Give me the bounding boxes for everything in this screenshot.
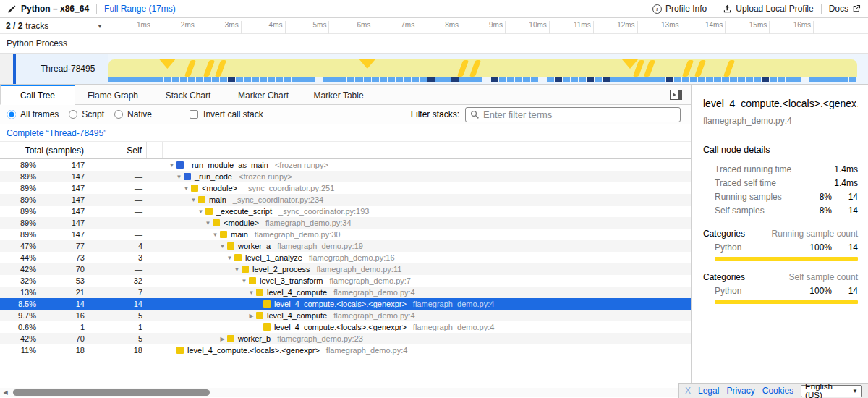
thread-track-graph[interactable]	[109, 59, 857, 82]
tree-row[interactable]: 42%705▶worker_bflamegraph_demo.py:23	[0, 333, 691, 344]
cell-tree: level_4_compute.<locals>.<genexpr>flameg…	[163, 346, 691, 355]
category-icon-python	[220, 231, 227, 238]
tracks-dropdown[interactable]: 2 / 2 tracks ▼	[0, 18, 109, 34]
twisty-open-icon[interactable]: ▼	[189, 197, 198, 203]
full-range-link[interactable]: Full Range (17ms)	[104, 4, 176, 14]
divider	[821, 4, 822, 14]
profile-info-button[interactable]: i Profile Info	[652, 4, 707, 14]
track-python-process[interactable]: Python Process	[0, 34, 868, 54]
tree-row[interactable]: 89%147—▼mainflamegraph_demo.py:30	[0, 229, 691, 240]
twisty-open-icon[interactable]: ▼	[232, 266, 242, 273]
tree-row[interactable]: 44%733▼level_1_analyzeflamegraph_demo.py…	[0, 252, 691, 263]
tree-row[interactable]: 89%147—▼_run_code<frozen runpy>	[0, 171, 691, 182]
radio-label: All frames	[20, 109, 59, 119]
sample-square	[579, 77, 586, 82]
footer-link-legal[interactable]: Legal	[698, 386, 719, 396]
tree-row[interactable]: 9.7%165▶level_4_computeflamegraph_demo.p…	[0, 310, 691, 321]
language-select[interactable]: English (US) ▼	[801, 385, 862, 397]
sample-square	[817, 77, 825, 82]
sample-square	[180, 77, 187, 82]
twisty-open-icon[interactable]: ▼	[167, 162, 176, 169]
horizontal-scrollbar: ◀	[0, 388, 680, 397]
twisty-closed-icon[interactable]: ▶	[218, 336, 227, 342]
twisty-open-icon[interactable]: ▼	[182, 185, 191, 192]
radio-group: All framesScriptNative	[7, 109, 162, 119]
call-tree-settings: All framesScriptNative Invert call stack…	[0, 105, 691, 124]
tree-row[interactable]: 11%1818level_4_compute.<locals>.<genexpr…	[0, 344, 691, 356]
tree-row[interactable]: 89%147—▼main_sync_coordinator.py:234	[0, 194, 691, 206]
tab-stack-chart[interactable]: Stack Chart	[150, 85, 226, 104]
function-name: level_3_transform	[260, 276, 323, 285]
twisty-open-icon[interactable]: ▼	[203, 220, 213, 226]
radio-native[interactable]: Native	[114, 109, 152, 119]
sample-square	[833, 77, 841, 82]
sample-square	[116, 77, 124, 82]
tree-row[interactable]: 42%70—▼level_2_processflamegraph_demo.py…	[0, 263, 691, 275]
radio-script[interactable]: Script	[69, 109, 104, 119]
cell-tree: level_4_compute.<locals>.<genexpr>flameg…	[163, 300, 691, 308]
tab-flame-graph[interactable]: Flame Graph	[75, 85, 150, 104]
column-self[interactable]: Self	[88, 142, 147, 158]
twisty-open-icon[interactable]: ▼	[210, 232, 220, 238]
function-name: _run_module_as_main	[187, 161, 268, 169]
complete-thread-link[interactable]: Complete “Thread-78495”	[7, 128, 106, 138]
tree-row[interactable]: 8.5%1414level_4_compute.<locals>.<genexp…	[0, 298, 691, 310]
tree-row[interactable]: 13%217▼level_4_computeflamegraph_demo.py…	[0, 287, 691, 298]
tree-row[interactable]: 0.6%11level_4_compute.<locals>.<genexpr>…	[0, 321, 691, 333]
tab-marker-table[interactable]: Marker Table	[301, 85, 376, 104]
call-node-details: Traced running time1.4msTraced self time…	[703, 162, 858, 217]
sample-square	[515, 77, 522, 82]
scroll-left-arrow[interactable]: ◀	[0, 389, 11, 396]
footer-link-cookies[interactable]: Cookies	[762, 386, 793, 396]
profile-name-button[interactable]: Python – x86_64	[7, 4, 89, 14]
cell-total: 42%70	[0, 334, 88, 343]
detail-row: Traced running time1.4ms	[703, 162, 858, 176]
twisty-open-icon[interactable]: ▼	[247, 289, 256, 296]
cell-total: 89%147	[0, 230, 88, 239]
detail-row: Self samples8%14	[703, 203, 858, 217]
tab-call-tree[interactable]: Call Tree	[0, 85, 75, 105]
tree-row[interactable]: 32%5332▼level_3_transformflamegraph_demo…	[0, 275, 691, 287]
twisty-open-icon[interactable]: ▼	[174, 174, 184, 180]
sample-square	[595, 77, 602, 82]
tree-row[interactable]: 89%147—▼<module>flamegraph_demo.py:34	[0, 217, 691, 229]
tree-row[interactable]: 89%147—▼_execute_script_sync_coordinator…	[0, 206, 691, 217]
ruler-tick-label: 1ms	[137, 21, 150, 29]
invert-call-stack-checkbox[interactable]: Invert call stack	[190, 109, 263, 119]
sample-square	[491, 77, 498, 82]
footer-dismiss-link[interactable]: X	[685, 386, 691, 396]
twisty-open-icon[interactable]: ▼	[225, 255, 234, 261]
cell-total-count: 147	[36, 184, 88, 192]
sample-square	[212, 77, 219, 82]
main-panel: Call TreeFlame GraphStack ChartMarker Ch…	[0, 85, 868, 398]
radio-all-frames[interactable]: All frames	[7, 109, 59, 119]
tab-marker-chart[interactable]: Marker Chart	[226, 85, 301, 104]
cell-tree: ▼level_2_processflamegraph_demo.py:11	[163, 265, 691, 274]
category-icon-python	[256, 312, 263, 319]
activity-mark	[184, 60, 195, 77]
docs-link[interactable]: Docs	[829, 4, 861, 14]
twisty-open-icon[interactable]: ▼	[196, 208, 205, 215]
twisty-closed-icon[interactable]: ▶	[247, 313, 256, 319]
column-total-samples[interactable]: Total (samples)	[0, 142, 88, 158]
scrollbar-track[interactable]	[11, 388, 680, 397]
sidebar-toggle-button[interactable]	[670, 90, 682, 100]
cell-tree: ▼level_1_analyzeflamegraph_demo.py:16	[163, 253, 691, 262]
upload-profile-button[interactable]: Upload Local Profile	[723, 4, 813, 14]
tree-row[interactable]: 47%774▼worker_aflamegraph_demo.py:19	[0, 240, 691, 252]
sample-square	[825, 77, 833, 82]
twisty-open-icon[interactable]: ▼	[239, 278, 249, 284]
sample-square	[746, 77, 753, 82]
sample-square	[849, 77, 856, 82]
ruler-tick: 4ms	[285, 21, 286, 34]
footer-link-privacy[interactable]: Privacy	[726, 386, 754, 396]
scrollbar-thumb[interactable]	[13, 389, 210, 396]
sample-square	[642, 77, 650, 82]
cell-total-percent: 0.6%	[0, 323, 36, 331]
twisty-open-icon[interactable]: ▼	[218, 243, 227, 250]
tree-row[interactable]: 89%147—▼<module>_sync_coordinator.py:251	[0, 182, 691, 194]
filter-stacks-input[interactable]	[483, 109, 676, 120]
tree-row[interactable]: 89%147—▼_run_module_as_main<frozen runpy…	[0, 159, 691, 171]
track-thread[interactable]: Thread-78495	[0, 54, 868, 85]
ruler-tick-label: 3ms	[225, 21, 239, 29]
